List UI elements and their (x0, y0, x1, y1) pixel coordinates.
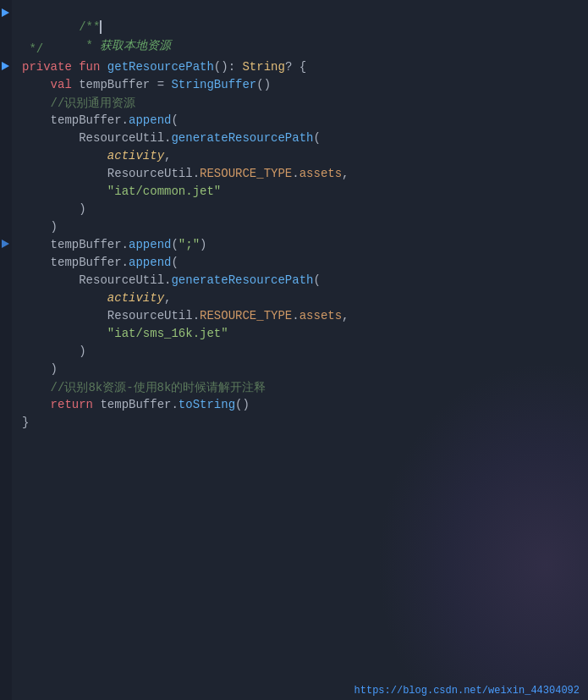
token-comma4: , (342, 309, 349, 322)
code-line-16: ResourceUtil.generateResourcePath( (22, 273, 578, 291)
token-str2: "iat/sms_16k.jet" (107, 327, 228, 340)
code-line-7: tempBuffer.append( (22, 113, 578, 131)
token-dot2: . (292, 309, 299, 322)
token-comma: , (164, 149, 171, 163)
token-indent (22, 256, 51, 269)
code-line-18: ResourceUtil.RESOURCE_TYPE.assets, (22, 309, 578, 327)
token-open5: ( (313, 273, 320, 287)
token-obj6: tempBuffer. (100, 398, 178, 411)
token-constructor: StringBuffer (171, 78, 256, 91)
token-append2: append (129, 238, 171, 251)
token-brace-close: } (22, 416, 29, 429)
token-return: return (51, 398, 101, 411)
token-grp2: generateResourcePath (171, 273, 313, 287)
token-var: tempBuffer = (79, 78, 171, 91)
token-comma2: , (342, 167, 349, 180)
token-close1: ) (22, 202, 86, 216)
code-line-23: return tempBuffer.toString() (22, 398, 578, 416)
code-line-13: ) (22, 220, 578, 238)
token-indent (22, 327, 107, 340)
token-indent (22, 78, 51, 91)
token-close4: ) (22, 344, 86, 358)
token-nullable: ? { (285, 60, 306, 74)
code-line-5: val tempBuffer = StringBuffer() (22, 78, 578, 96)
token-semicolon: ";" (179, 238, 200, 251)
token-rt2: RESOURCE_TYPE (200, 309, 292, 322)
arrow-indicator-1 (2, 8, 9, 17)
code-line-11: "iat/common.jet" (22, 185, 578, 202)
token-indent (22, 113, 51, 127)
token-open: ( (171, 113, 178, 127)
token-private: private (22, 60, 79, 74)
token-funcname: getResourcePath (107, 60, 214, 74)
token-assets2: assets (299, 309, 342, 322)
code-line-14: tempBuffer.append(";") (22, 238, 578, 256)
token-indent (22, 149, 107, 163)
token-activity: activity (107, 149, 164, 163)
token-method2: generateResourcePath (171, 131, 313, 145)
token-append3: append (129, 256, 171, 269)
token-tostring: toString (179, 398, 235, 411)
code-line-4: private fun getResourcePath(): String? { (22, 60, 578, 78)
token-indent (22, 238, 51, 251)
token-method: append (129, 113, 171, 127)
code-line-6: //识别通用资源 (22, 96, 578, 113)
token-obj2: ResourceUtil. (79, 131, 171, 145)
token: */ (22, 42, 43, 56)
token-rt: RESOURCE_TYPE (200, 167, 292, 180)
token-indent (22, 291, 107, 305)
code-line-12: ) (22, 202, 578, 220)
code-line-19: "iat/sms_16k.jet" (22, 327, 578, 344)
code-line-2: * 获取本地资源 (22, 25, 578, 42)
editor-container: /** * 获取本地资源 */ private fun getResourceP… (0, 0, 588, 700)
token-chinese: 获取本地资源 (100, 39, 171, 52)
token-indent (22, 273, 79, 287)
token-indent (22, 167, 107, 180)
code-area: /** * 获取本地资源 */ private fun getResourceP… (12, 0, 588, 700)
token-close5: ) (22, 362, 58, 376)
token-dot: . (292, 167, 299, 180)
token-comment: //识别通用资源 (22, 96, 135, 111)
token-open2: ( (313, 131, 320, 145)
token-ru2: ResourceUtil. (107, 309, 200, 322)
token-type: String (242, 60, 284, 74)
token-obj5: ResourceUtil. (79, 273, 171, 287)
code-line-15: tempBuffer.append( (22, 256, 578, 273)
code-line-17: activity, (22, 291, 578, 309)
token-indent (22, 309, 107, 322)
code-line-1: /** (22, 7, 578, 25)
code-line-10: ResourceUtil.RESOURCE_TYPE.assets, (22, 167, 578, 185)
token-indent (22, 398, 51, 411)
token-ru1: ResourceUtil. (107, 167, 200, 180)
token: * (79, 39, 100, 52)
code-line-21: ) (22, 362, 578, 380)
token-paren: (): (214, 60, 243, 74)
token-val: val (51, 78, 80, 91)
token-obj: tempBuffer. (51, 113, 129, 127)
token-comma3: , (164, 291, 171, 305)
url-text: https://blog.csdn.net/weixin_44304092 (354, 685, 580, 697)
url-bar: https://blog.csdn.net/weixin_44304092 (346, 681, 588, 700)
token-str1: "iat/common.jet" (107, 185, 221, 198)
arrow-indicator-3 (2, 240, 9, 248)
code-line-20: ) (22, 344, 578, 362)
token-parens: () (256, 78, 271, 91)
code-line-8: ResourceUtil.generateResourcePath( (22, 131, 578, 149)
token-fun: fun (79, 60, 107, 74)
token-close3: ) (200, 238, 206, 251)
code-line-22: //识别8k资源-使用8k的时候请解开注释 (22, 380, 578, 398)
token-indent (22, 131, 79, 145)
token-open4: ( (171, 256, 178, 269)
token-parens2: () (235, 398, 250, 411)
token-comment2: //识别8k资源-使用8k的时候请解开注释 (22, 380, 266, 395)
token-obj3: tempBuffer. (51, 238, 129, 251)
gutter-strip (0, 0, 12, 700)
arrow-indicator-2 (2, 62, 9, 70)
code-line-24: } (22, 416, 578, 433)
token-indent (22, 185, 107, 198)
token-open3: ( (171, 238, 178, 251)
token-obj4: tempBuffer. (51, 256, 129, 269)
token-activity2: activity (107, 291, 164, 305)
token-assets: assets (299, 167, 342, 180)
code-line-9: activity, (22, 149, 578, 167)
